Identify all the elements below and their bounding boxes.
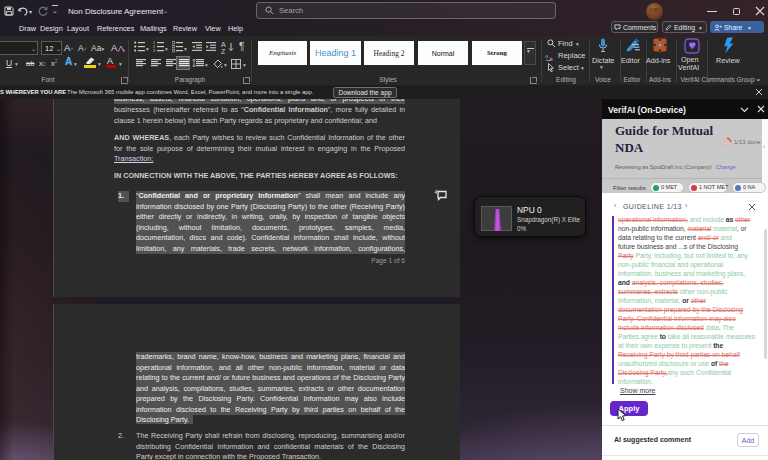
svg-text:a: a xyxy=(545,53,549,59)
